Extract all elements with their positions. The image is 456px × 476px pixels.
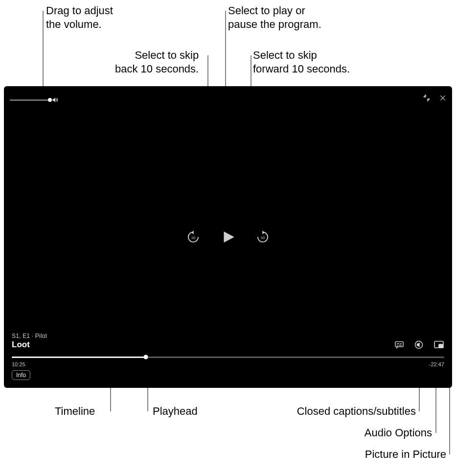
volume-icon (51, 96, 59, 103)
picture-in-picture-button[interactable] (433, 340, 444, 349)
callout-text: Timeline (55, 405, 95, 417)
callout-text: Select to skip forward 10 seconds. (253, 49, 350, 75)
play-pause-button[interactable] (220, 229, 236, 245)
closed-captions-button[interactable] (394, 341, 404, 349)
callout-volume: Drag to adjust the volume. (46, 4, 113, 31)
callout-text: Select to play or pause the program. (228, 4, 321, 30)
time-elapsed: 10:25 (12, 361, 25, 367)
callout-text: Drag to adjust the volume. (46, 4, 113, 30)
callout-play-pause: Select to play or pause the program. (228, 4, 321, 31)
video-player-window: 10 10 S1, E1 · Pilot Loot (4, 86, 452, 388)
playhead[interactable] (144, 355, 148, 359)
audio-options-button[interactable] (414, 340, 424, 350)
callout-text: Picture in Picture (365, 448, 446, 460)
skip-back-10-button[interactable]: 10 (186, 230, 200, 244)
callout-skip-forward: Select to skip forward 10 seconds. (253, 48, 350, 75)
callout-pip: Picture in Picture (294, 448, 446, 461)
callout-audio: Audio Options (294, 426, 432, 440)
callout-cc: Closed captions/subtitles (250, 405, 416, 418)
timeline-fill (12, 357, 146, 358)
callout-timeline: Timeline (55, 405, 95, 418)
timeline[interactable] (12, 355, 444, 359)
callout-playhead: Playhead (153, 405, 198, 418)
skip-forward-10-button[interactable]: 10 (256, 230, 270, 244)
callout-text: Closed captions/subtitles (297, 405, 416, 417)
exit-fullscreen-icon[interactable] (423, 94, 431, 102)
skip-back-number: 10 (191, 236, 196, 240)
info-label: Info (16, 372, 26, 379)
skip-fwd-number: 10 (261, 236, 265, 240)
volume-thumb[interactable] (48, 98, 52, 102)
time-remaining: -22:47 (429, 361, 444, 367)
close-icon[interactable] (439, 95, 446, 101)
volume-slider[interactable] (10, 95, 59, 105)
callout-text: Audio Options (365, 427, 432, 439)
program-title: Loot (12, 340, 47, 350)
svg-rect-20 (439, 344, 443, 347)
callout-text: Playhead (153, 405, 198, 417)
info-button[interactable]: Info (12, 370, 30, 380)
volume-track (10, 99, 48, 101)
episode-meta: S1, E1 · Pilot (12, 333, 47, 339)
callout-text: Select to skip back 10 seconds. (115, 48, 199, 75)
svg-rect-13 (395, 342, 403, 347)
callout-skip-back: Select to skip back 10 seconds. (115, 48, 199, 75)
